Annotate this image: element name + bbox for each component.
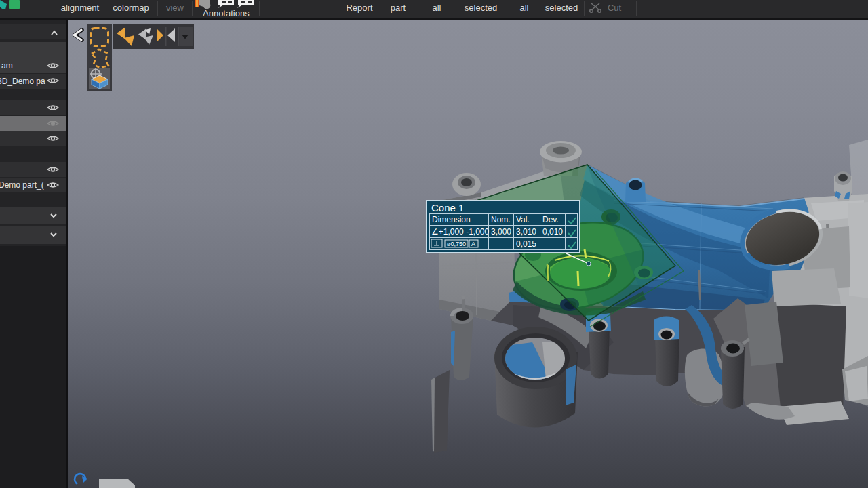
svg-text:⌀0,750: ⌀0,750 [447,241,466,247]
svg-text:A: A [471,241,475,247]
